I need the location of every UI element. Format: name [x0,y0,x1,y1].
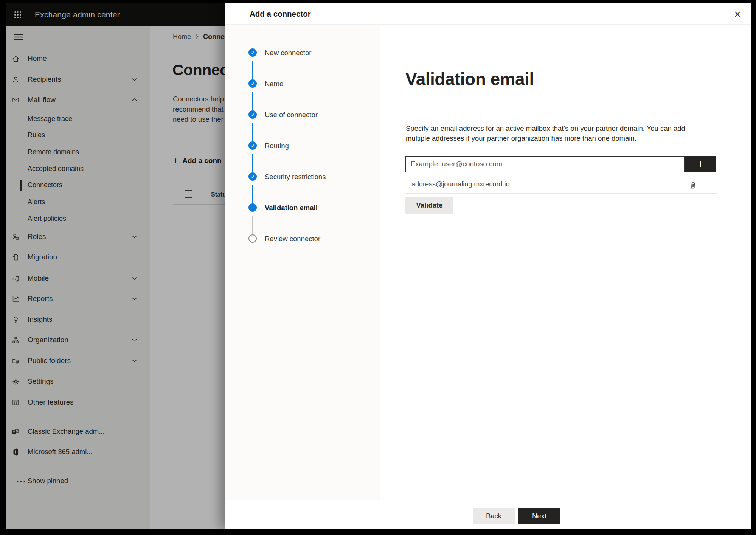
added-address-row: address@journaling.mxrecord.io [405,177,717,193]
step-todo-circle [248,234,257,243]
panel-header: Add a connector × [225,3,751,25]
step-check-icon [248,110,257,119]
panel-title: Add a connector [250,3,311,25]
step-check-icon [248,79,257,88]
step-review-connector[interactable]: Review connector [225,234,380,243]
step-check-icon [248,172,257,181]
step-validation-email[interactable]: Validation email [225,203,380,212]
validation-email-description: Specify an email address for an active m… [406,124,685,143]
app-window: Exchange admin center Home Recipients Ma… [6,3,751,529]
email-address-input[interactable] [405,156,685,172]
step-connector-line [252,92,253,112]
add-address-button[interactable]: + [685,156,716,172]
step-check-icon [248,48,257,57]
step-connector-line [252,216,253,236]
footer-divider [225,500,751,500]
back-button[interactable]: Back [473,508,515,524]
wizard-steps-panel: New connector Name Use of connector Rout… [225,25,380,500]
address-list-divider [405,193,717,194]
plus-icon: + [697,158,704,170]
step-check-icon [248,141,257,150]
validation-email-heading: Validation email [405,69,534,89]
step-name[interactable]: Name [225,79,380,88]
trash-icon [689,181,697,189]
validate-button[interactable]: Validate [405,197,453,214]
step-connector-line [252,61,253,81]
step-new-connector[interactable]: New connector [225,48,380,57]
added-address: address@journaling.mxrecord.io [411,180,509,188]
step-connector-line [252,185,253,205]
step-use-of-connector[interactable]: Use of connector [225,110,380,119]
close-icon[interactable]: × [730,7,745,21]
next-button[interactable]: Next [518,508,560,524]
step-current-dot [248,203,257,212]
delete-address-button[interactable] [687,179,699,191]
add-connector-panel: Add a connector × New connector Name Use… [225,3,751,529]
step-connector-line [252,154,253,174]
step-security-restrictions[interactable]: Security restrictions [225,172,380,181]
step-routing[interactable]: Routing [225,141,380,150]
step-connector-line [252,123,253,143]
